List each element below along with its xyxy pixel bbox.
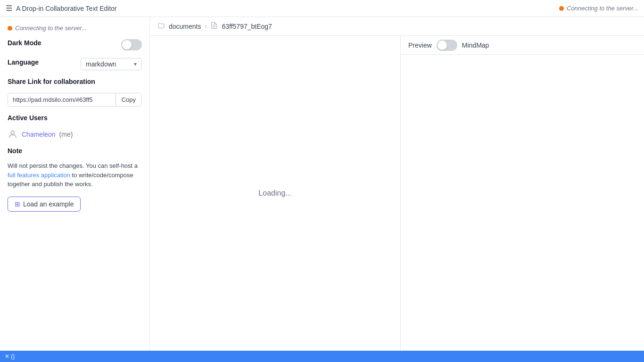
top-bar-right: Connecting to the server...	[559, 5, 638, 12]
editor-content: Loading... Preview MindMap	[150, 36, 644, 351]
breadcrumb: documents › 63ff5797_btEog7	[150, 17, 644, 36]
editor-area: documents › 63ff5797_btEog7 Loading...	[150, 17, 644, 351]
bottom-bar: ✕ ()	[0, 351, 644, 362]
loading-text: Loading...	[258, 189, 291, 197]
chevron-down-icon: ▾	[134, 61, 137, 67]
hamburger-icon[interactable]: ☰	[6, 4, 12, 13]
preview-toggle-knob	[438, 41, 447, 50]
share-link-section: Share Link for collaboration Copy	[8, 78, 142, 107]
connecting-status-dot	[559, 6, 564, 11]
dark-mode-label: Dark Mode	[8, 39, 41, 47]
sidebar-status-dot	[8, 26, 12, 31]
editor-main[interactable]: Loading...	[150, 36, 401, 351]
dark-mode-toggle[interactable]	[121, 39, 142, 50]
preview-panel: Preview MindMap	[401, 36, 644, 351]
file-icon	[210, 22, 218, 31]
active-users-label: Active Users	[8, 114, 142, 122]
main-layout: Connecting to the server... Dark Mode La…	[0, 17, 644, 351]
share-link-input[interactable]	[8, 93, 116, 106]
preview-content	[401, 55, 644, 351]
dark-mode-toggle-knob	[122, 40, 132, 49]
share-link-input-row: Copy	[8, 93, 142, 107]
connecting-status-text: Connecting to the server...	[567, 5, 638, 12]
load-example-icon: ⊞	[15, 200, 20, 208]
language-section: Language markdown ▾	[8, 58, 142, 70]
note-text-part1: Will not persist the changes. You can se…	[8, 162, 138, 169]
top-bar-left: ☰ A Drop-in Collaborative Text Editor	[6, 4, 117, 13]
load-example-label: Load an example	[23, 200, 74, 208]
active-users-section: Active Users Chameleon (me)	[8, 114, 142, 140]
bottom-bar-text: ✕ ()	[5, 353, 15, 360]
dark-mode-section: Dark Mode	[8, 39, 142, 50]
user-me-label: (me)	[59, 131, 73, 138]
preview-label: Preview	[408, 41, 432, 49]
breadcrumb-documents-link[interactable]: documents	[169, 23, 201, 30]
user-name: Chameleon	[22, 131, 56, 138]
full-features-link[interactable]: full features application	[8, 172, 70, 179]
preview-header: Preview MindMap	[401, 36, 644, 55]
sidebar: Connecting to the server... Dark Mode La…	[0, 17, 150, 351]
language-value: markdown	[86, 60, 116, 68]
breadcrumb-chevron-icon: ›	[205, 23, 206, 30]
language-select[interactable]: markdown ▾	[81, 58, 142, 70]
copy-button[interactable]: Copy	[116, 93, 141, 106]
mindmap-label: MindMap	[462, 41, 489, 49]
sidebar-status-text: Connecting to the server...	[15, 25, 87, 32]
app-title: A Drop-in Collaborative Text Editor	[16, 5, 117, 12]
top-bar: ☰ A Drop-in Collaborative Text Editor Co…	[0, 0, 644, 17]
share-link-label: Share Link for collaboration	[8, 78, 142, 85]
preview-toggle[interactable]	[437, 40, 457, 51]
note-section: Note Will not persist the changes. You c…	[8, 147, 142, 189]
language-label: Language	[8, 58, 39, 66]
breadcrumb-filename: 63ff5797_btEog7	[222, 23, 272, 30]
note-text: Will not persist the changes. You can se…	[8, 161, 142, 189]
svg-point-0	[11, 131, 14, 134]
folder-icon	[157, 22, 165, 31]
load-example-button[interactable]: ⊞ Load an example	[8, 197, 81, 212]
sidebar-connecting-status: Connecting to the server...	[8, 25, 142, 32]
user-row: Chameleon (me)	[8, 129, 142, 140]
note-label: Note	[8, 147, 142, 155]
user-avatar-icon	[8, 129, 18, 140]
